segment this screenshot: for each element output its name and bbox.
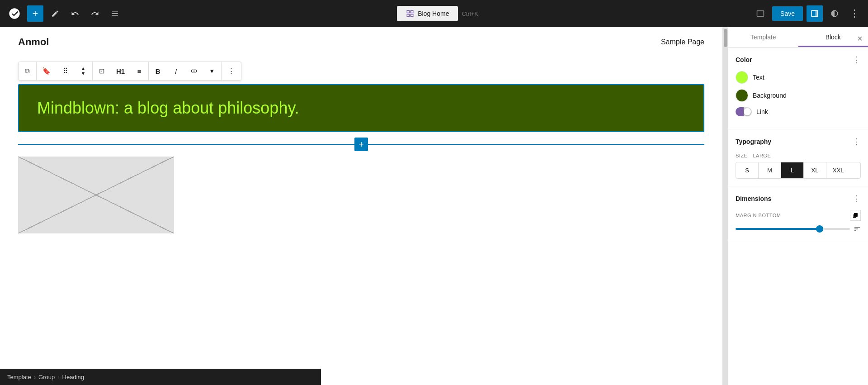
text-color-swatch[interactable] <box>736 71 748 84</box>
slider-options-button[interactable] <box>854 225 861 233</box>
save-button[interactable]: Save <box>772 6 803 21</box>
heading-block[interactable]: Mindblown: a blog about philosophy. <box>18 84 704 132</box>
add-line-right <box>368 144 704 145</box>
typography-section-title: Typography <box>736 138 771 145</box>
drag-handle[interactable]: ⠿ <box>56 62 74 80</box>
size-s-button[interactable]: S <box>736 162 759 178</box>
block-type-button[interactable]: ⊡ <box>93 62 111 80</box>
wp-logo <box>5 5 24 23</box>
svg-rect-3 <box>411 14 413 17</box>
add-line-left <box>18 144 354 145</box>
color-section-header: Color ⋮ <box>736 55 861 65</box>
toolbar-group-3: B I ▾ <box>149 62 222 80</box>
breadcrumb-sep-2: › <box>57 374 59 380</box>
typography-section-menu[interactable]: ⋮ <box>853 137 861 147</box>
site-name: Anmol <box>18 36 49 48</box>
main-layout: Anmol Sample Page ⧉ 🔖 ⠿ ▲▼ ⊡ H1 ≡ <box>0 27 868 385</box>
size-buttons: S M L XL XXL <box>736 162 861 179</box>
edit-tool-button[interactable] <box>47 5 63 22</box>
margin-expand-button[interactable] <box>850 210 861 221</box>
size-label: SIZE <box>736 153 747 158</box>
block-toolbar: ⧉ 🔖 ⠿ ▲▼ ⊡ H1 ≡ B I <box>18 62 241 81</box>
size-xl-button[interactable]: XL <box>804 162 826 178</box>
size-row: SIZE LARGE <box>736 153 861 158</box>
add-block-line: + <box>0 132 722 157</box>
view-button[interactable] <box>752 5 769 22</box>
italic-button[interactable]: I <box>167 62 185 80</box>
breadcrumb-template[interactable]: Template <box>7 374 31 380</box>
size-l-button[interactable]: L <box>781 162 804 178</box>
blog-home-button[interactable]: Blog Home <box>397 6 458 21</box>
more-text-options-button[interactable]: ▾ <box>203 62 221 80</box>
toggle-editor-button[interactable] <box>807 5 823 22</box>
svg-rect-5 <box>816 10 818 17</box>
keyboard-shortcut: Ctrl+K <box>462 10 478 17</box>
link-button[interactable] <box>185 62 203 80</box>
typography-section-header: Typography ⋮ <box>736 137 861 147</box>
move-up-down-button[interactable]: ▲▼ <box>74 62 92 80</box>
more-options-button[interactable]: ⋮ <box>222 62 241 80</box>
top-bar: + Blog Home Ctrl+K Save ⋮ <box>0 0 868 27</box>
background-color-swatch[interactable] <box>736 89 748 102</box>
breadcrumb-sep-1: › <box>34 374 36 380</box>
close-sidebar-button[interactable]: × <box>854 30 866 48</box>
background-color-label: Background <box>753 92 787 99</box>
slider-row <box>736 225 861 233</box>
canvas-inner: Anmol Sample Page ⧉ 🔖 ⠿ ▲▼ ⊡ H1 ≡ <box>0 27 722 385</box>
typography-section: Typography ⋮ SIZE LARGE S M L XL XXL <box>728 129 868 186</box>
toolbar-group-2: ⊡ H1 ≡ <box>93 62 149 80</box>
topbar-center: Blog Home Ctrl+K <box>127 6 749 21</box>
sample-page-link[interactable]: Sample Page <box>661 38 704 46</box>
block-toolbar-wrapper: ⧉ 🔖 ⠿ ▲▼ ⊡ H1 ≡ B I <box>0 57 722 84</box>
canvas-scrollbar[interactable] <box>722 27 728 385</box>
color-section-title: Color <box>736 56 752 63</box>
breadcrumb-bar: Template › Group › Heading <box>0 369 321 385</box>
list-view-button[interactable] <box>107 5 123 22</box>
copy-block-button[interactable]: ⧉ <box>19 62 37 80</box>
size-m-button[interactable]: M <box>759 162 781 178</box>
margin-bottom-row: MARGIN BOTTOM <box>736 210 861 221</box>
add-block-inline-button[interactable]: + <box>354 138 368 151</box>
text-color-label: Text <box>753 74 764 81</box>
tab-template[interactable]: Template <box>728 27 798 47</box>
blog-home-label: Blog Home <box>418 10 449 17</box>
dimensions-section: Dimensions ⋮ MARGIN BOTTOM <box>728 186 868 240</box>
svg-rect-2 <box>407 14 409 17</box>
margin-slider[interactable] <box>736 228 850 230</box>
size-xxl-button[interactable]: XXL <box>826 162 850 178</box>
image-placeholder[interactable] <box>18 157 174 233</box>
toolbar-group-1: 🔖 ⠿ ▲▼ <box>37 62 93 80</box>
toggle-knob <box>744 108 751 115</box>
background-color-item: Background <box>736 89 861 102</box>
heading-text[interactable]: Mindblown: a blog about philosophy. <box>37 99 685 118</box>
canvas-area[interactable]: Anmol Sample Page ⧉ 🔖 ⠿ ▲▼ ⊡ H1 ≡ <box>0 27 722 385</box>
right-sidebar: Template Block × Color ⋮ Text Background <box>728 27 868 385</box>
topbar-right: Save ⋮ <box>752 5 863 22</box>
size-value: LARGE <box>753 153 771 158</box>
dimensions-section-menu[interactable]: ⋮ <box>853 194 861 204</box>
sidebar-tabs: Template Block × <box>728 27 868 48</box>
text-align-button[interactable]: ≡ <box>130 62 148 80</box>
color-section: Color ⋮ Text Background Link <box>728 48 868 129</box>
text-color-item: Text <box>736 71 861 84</box>
site-header: Anmol Sample Page <box>0 27 722 57</box>
heading-level-button[interactable]: H1 <box>111 62 130 80</box>
link-color-label: Link <box>756 108 768 115</box>
contrast-button[interactable] <box>826 5 843 22</box>
margin-label: MARGIN BOTTOM <box>736 213 781 218</box>
svg-rect-1 <box>411 10 413 13</box>
color-section-menu[interactable]: ⋮ <box>853 55 861 65</box>
breadcrumb-group[interactable]: Group <box>38 374 55 380</box>
svg-rect-0 <box>407 10 409 13</box>
add-block-button[interactable]: + <box>27 5 43 22</box>
options-button[interactable]: ⋮ <box>846 5 863 22</box>
redo-button[interactable] <box>87 5 103 22</box>
dimensions-section-title: Dimensions <box>736 195 771 202</box>
link-toggle[interactable] <box>736 107 752 116</box>
undo-button[interactable] <box>67 5 83 22</box>
bookmark-button[interactable]: 🔖 <box>37 62 56 80</box>
bold-button[interactable]: B <box>149 62 167 80</box>
breadcrumb-heading: Heading <box>62 374 84 380</box>
link-color-item: Link <box>736 107 861 116</box>
dimensions-section-header: Dimensions ⋮ <box>736 194 861 204</box>
